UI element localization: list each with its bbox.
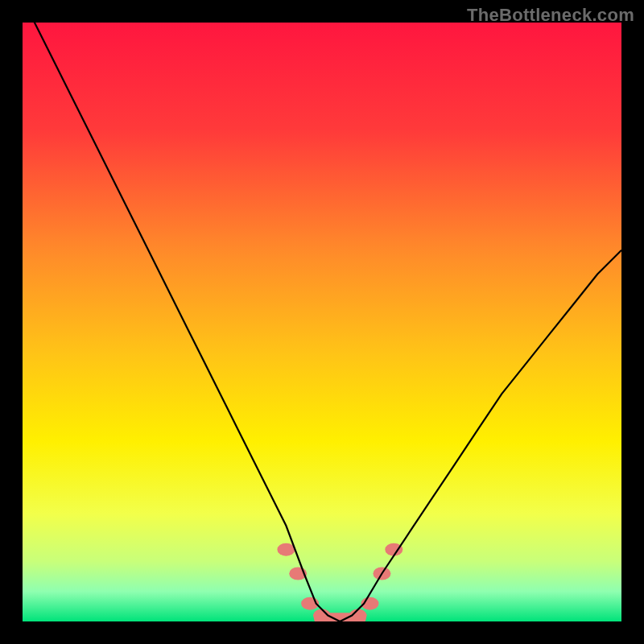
gradient-background [23,23,621,621]
attribution-text: TheBottleneck.com [467,5,634,26]
marker-point [277,543,295,556]
